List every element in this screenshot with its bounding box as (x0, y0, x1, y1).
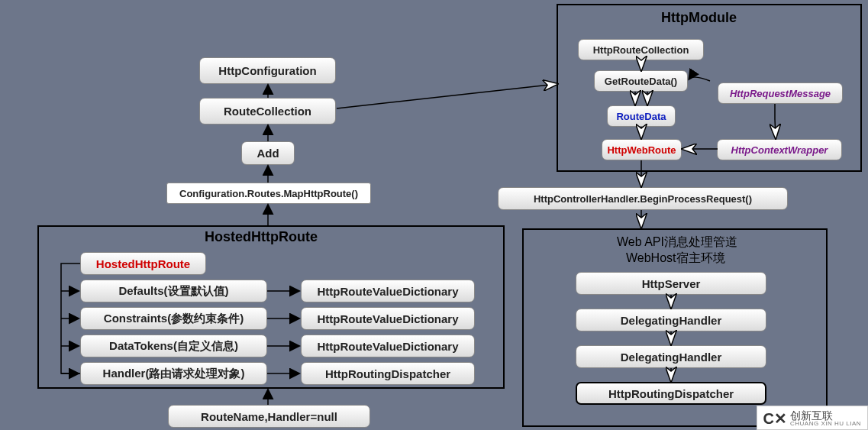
label: Web API消息处理管道 (617, 235, 737, 248)
label: Configuration.Routes.MapHttpRoute() (179, 188, 358, 199)
label: HttpControllerHandler.BeginProcessReques… (534, 193, 752, 205)
label: DataTokens(自定义信息) (109, 339, 238, 354)
box-hosted-http-route: HostedHttpRoute (80, 252, 206, 275)
box-route-collection: RouteCollection (199, 98, 336, 124)
label: Handler(路由请求处理对象) (103, 367, 245, 381)
box-route-name: RouteName,Handler=null (168, 405, 370, 428)
box-http-configuration: HttpConfiguration (199, 57, 336, 84)
frame-title-http-module: HttpModule (661, 10, 737, 26)
box-add: Add (241, 141, 295, 165)
logo-brand: 创新互联 (790, 410, 861, 421)
box-http-route-collection: HttpRouteCollection (578, 39, 704, 60)
label: DelegatingHandler (621, 351, 722, 364)
label: GetRouteData() (605, 76, 677, 87)
label: HttpRoutingDispatcher (608, 387, 734, 400)
box-http-request-message: HttpRequestMessage (718, 82, 843, 104)
box-dispatcher-left: HttpRoutingDispatcher (301, 362, 475, 385)
frame-title-hosted: HostedHttpRoute (205, 229, 318, 245)
box-dispatcher-right: HttpRoutingDispatcher (576, 382, 766, 405)
label: Add (257, 147, 279, 160)
label: HttpServer (642, 277, 701, 290)
label: WebHost宿主环境 (626, 251, 725, 264)
label: HttpContextWrapper (731, 144, 828, 156)
box-data-tokens: DataTokens(自定义信息) (80, 335, 267, 357)
logo-sub: CHUANG XIN HU LIAN (790, 421, 861, 427)
label: HttpRequestMessage (730, 88, 831, 99)
label: RouteName,Handler=null (201, 410, 337, 423)
box-map-http-route: Configuration.Routes.MapHttpRoute() (166, 183, 371, 204)
label: Constraints(参数约束条件) (104, 312, 244, 326)
box-http-server: HttpServer (576, 272, 766, 295)
frame-title-pipeline-1: Web API消息处理管道 (617, 234, 737, 251)
label: HttpWebRoute (607, 144, 676, 156)
box-http-web-route: HttpWebRoute (602, 139, 682, 160)
box-get-route-data: GetRouteData() (594, 70, 688, 92)
box-handler: Handler(路由请求处理对象) (80, 362, 267, 385)
logo-icon: C✕ (763, 409, 787, 428)
box-dict-3: HttpRouteValueDictionary (301, 335, 475, 357)
box-defaults: Defaults(设置默认值) (80, 280, 267, 302)
frame-title-pipeline-2: WebHost宿主环境 (626, 251, 725, 267)
label: HttpRouteValueDictionary (317, 312, 458, 325)
box-delegating-2: DelegatingHandler (576, 345, 766, 368)
label: HttpModule (661, 10, 737, 25)
label: HostedHttpRoute (96, 257, 190, 270)
box-dict-2: HttpRouteValueDictionary (301, 307, 475, 330)
label: HttpRouteValueDictionary (317, 285, 458, 298)
box-http-context-wrapper: HttpContextWrapper (717, 139, 842, 160)
box-route-data: RouteData (607, 105, 676, 127)
label: HttpRouteValueDictionary (317, 340, 458, 353)
box-dict-1: HttpRouteValueDictionary (301, 280, 475, 302)
label: Defaults(设置默认值) (118, 284, 228, 299)
label: HttpConfiguration (218, 64, 316, 77)
box-constraints: Constraints(参数约束条件) (80, 307, 267, 330)
label: HttpRouteCollection (593, 44, 689, 56)
svg-line-5 (337, 84, 557, 108)
label: HttpRoutingDispatcher (325, 367, 450, 380)
label: RouteData (616, 111, 666, 122)
label: DelegatingHandler (621, 314, 722, 327)
watermark-logo: C✕ 创新互联 CHUANG XIN HU LIAN (757, 406, 868, 430)
label: RouteCollection (224, 105, 311, 118)
label: HostedHttpRoute (205, 229, 318, 244)
box-delegating-1: DelegatingHandler (576, 309, 766, 331)
box-begin-process: HttpControllerHandler.BeginProcessReques… (498, 187, 788, 210)
